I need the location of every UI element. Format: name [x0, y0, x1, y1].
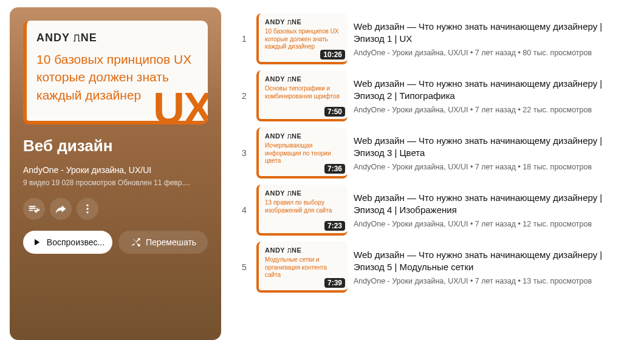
playlist-actions — [23, 198, 208, 220]
thumb-caption: Модульные сетки и организация контента с… — [265, 256, 341, 279]
thumb-logo: ANDY ⎍NE — [265, 18, 341, 25]
video-row[interactable]: 4 ANDY ⎍NE 13 правил по выбору изображен… — [238, 185, 634, 236]
svg-point-1 — [86, 208, 88, 209]
shuffle-button[interactable]: Перемешать — [118, 231, 208, 254]
save-playlist-button[interactable] — [23, 198, 45, 220]
video-index: 2 — [238, 91, 250, 101]
thumb-caption: Исчерпывающая информация по теории цвета — [265, 142, 341, 165]
share-icon — [55, 203, 67, 215]
video-age: 7 лет назад — [475, 220, 516, 228]
video-index: 5 — [238, 262, 250, 272]
playlist-title: Веб дизайн — [23, 137, 208, 155]
play-button-label: Воспроизвес... — [47, 237, 104, 247]
video-submeta: AndyOne - Уроки дизайна, UX/UI • 7 лет н… — [354, 49, 634, 57]
video-channel[interactable]: AndyOne - Уроки дизайна, UX/UI — [354, 220, 468, 228]
more-button[interactable] — [77, 198, 98, 220]
video-submeta: AndyOne - Уроки дизайна, UX/UI • 7 лет н… — [354, 220, 634, 228]
hero-badge: UX — [153, 83, 208, 124]
video-list: 1 ANDY ⎍NE 10 базовых принципов UX котор… — [238, 7, 634, 340]
video-row[interactable]: 1 ANDY ⎍NE 10 базовых принципов UX котор… — [238, 13, 634, 64]
video-title[interactable]: Web дизайн — Что нужно знать начинающему… — [354, 249, 634, 274]
more-vertical-icon — [81, 203, 94, 215]
thumb-caption: Основы типографики и комбинирования шриф… — [265, 85, 341, 100]
playlist-panel: ANDY ⎍NE 10 базовых принципов UX которые… — [10, 7, 221, 340]
video-duration: 7:50 — [324, 107, 345, 117]
video-views: 18 тыс. просмотров — [522, 163, 592, 171]
video-meta: Web дизайн — Что нужно знать начинающему… — [354, 135, 634, 172]
video-channel[interactable]: AndyOne - Уроки дизайна, UX/UI — [354, 106, 468, 114]
thumb-caption: 13 правил по выбору изображений для сайт… — [265, 199, 341, 214]
video-thumbnail[interactable]: ANDY ⎍NE 13 правил по выбору изображений… — [256, 185, 348, 236]
video-channel[interactable]: AndyOne - Уроки дизайна, UX/UI — [354, 277, 468, 285]
video-age: 7 лет назад — [475, 277, 516, 285]
thumb-caption: 10 базовых принципов UX которые должен з… — [265, 28, 341, 51]
video-row[interactable]: 3 ANDY ⎍NE Исчерпывающая информация по т… — [238, 127, 634, 178]
thumb-logo: ANDY ⎍NE — [265, 246, 341, 254]
shuffle-button-label: Перемешать — [146, 237, 196, 247]
video-submeta: AndyOne - Уроки дизайна, UX/UI • 7 лет н… — [354, 277, 634, 285]
video-channel[interactable]: AndyOne - Уроки дизайна, UX/UI — [354, 49, 468, 57]
video-age: 7 лет назад — [475, 49, 516, 57]
thumb-logo: ANDY ⎍NE — [265, 132, 341, 140]
thumb-logo: ANDY ⎍NE — [265, 189, 341, 197]
video-index: 1 — [238, 34, 250, 44]
play-all-button[interactable]: Воспроизвес... — [23, 231, 112, 254]
video-meta: Web дизайн — Что нужно знать начинающему… — [354, 249, 634, 286]
video-title[interactable]: Web дизайн — Что нужно знать начинающему… — [354, 135, 634, 160]
video-views: 22 тыс. просмотров — [522, 106, 592, 114]
playlist-hero-thumbnail[interactable]: ANDY ⎍NE 10 базовых принципов UX которые… — [23, 21, 208, 124]
video-meta: Web дизайн — Что нужно знать начинающему… — [354, 78, 634, 115]
shuffle-icon — [130, 237, 141, 248]
video-views: 12 тыс. просмотров — [522, 220, 592, 228]
video-channel[interactable]: AndyOne - Уроки дизайна, UX/UI — [354, 163, 468, 171]
video-title[interactable]: Web дизайн — Что нужно знать начинающему… — [354, 78, 634, 103]
video-index: 3 — [238, 148, 250, 158]
video-title[interactable]: Web дизайн — Что нужно знать начинающему… — [354, 21, 634, 46]
thumb-logo: ANDY ⎍NE — [265, 75, 341, 83]
video-title[interactable]: Web дизайн — Что нужно знать начинающему… — [354, 192, 634, 217]
playlist-channel[interactable]: AndyOne - Уроки дизайна, UX/UI — [23, 165, 208, 175]
playlist-main-buttons: Воспроизвес... Перемешать — [23, 231, 208, 254]
playlist-add-icon — [28, 203, 40, 215]
video-row[interactable]: 5 ANDY ⎍NE Модульные сетки и организация… — [238, 242, 634, 293]
video-submeta: AndyOne - Уроки дизайна, UX/UI • 7 лет н… — [354, 106, 634, 114]
video-thumbnail[interactable]: ANDY ⎍NE 10 базовых принципов UX которые… — [256, 13, 348, 64]
video-views: 13 тыс. просмотров — [522, 277, 592, 285]
play-icon — [31, 237, 42, 248]
video-index: 4 — [238, 205, 250, 215]
video-duration: 7:39 — [324, 278, 345, 288]
video-duration: 7:23 — [324, 221, 345, 231]
video-thumbnail[interactable]: ANDY ⎍NE Исчерпывающая информация по тео… — [256, 127, 348, 178]
hero-logo: ANDY ⎍NE — [36, 32, 198, 44]
video-duration: 10:26 — [320, 50, 345, 59]
video-duration: 7:36 — [324, 164, 345, 174]
playlist-stats: 9 видео 19 028 просмотров Обновлен 11 фе… — [23, 178, 208, 187]
share-button[interactable] — [50, 198, 72, 220]
video-age: 7 лет назад — [475, 163, 516, 171]
video-thumbnail[interactable]: ANDY ⎍NE Модульные сетки и организация к… — [256, 242, 348, 293]
video-submeta: AndyOne - Уроки дизайна, UX/UI • 7 лет н… — [354, 163, 634, 171]
video-meta: Web дизайн — Что нужно знать начинающему… — [354, 192, 634, 229]
video-views: 80 тыс. просмотров — [522, 49, 592, 57]
svg-point-0 — [86, 205, 88, 206]
video-age: 7 лет назад — [475, 106, 516, 114]
video-thumbnail[interactable]: ANDY ⎍NE Основы типографики и комбиниров… — [256, 70, 348, 121]
video-row[interactable]: 2 ANDY ⎍NE Основы типографики и комбинир… — [238, 70, 634, 121]
video-meta: Web дизайн — Что нужно знать начинающему… — [354, 21, 634, 58]
svg-point-2 — [86, 211, 88, 213]
